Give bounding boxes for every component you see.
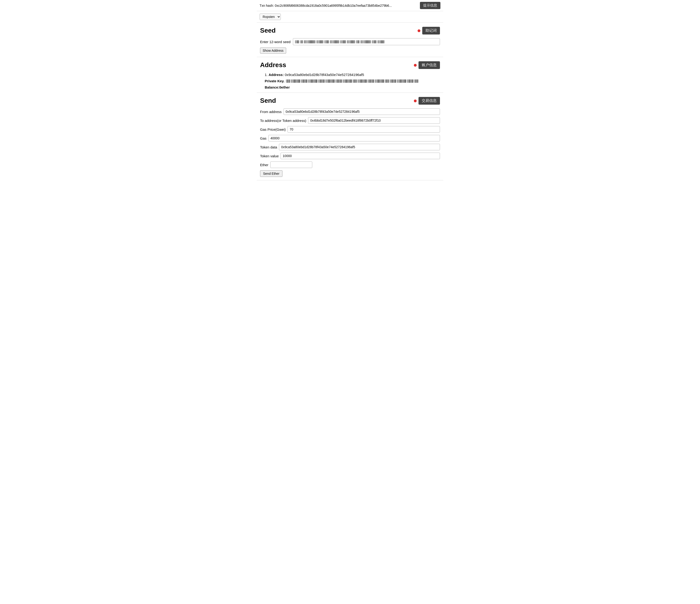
seed-title: Seed — [260, 27, 276, 34]
address-badge-wrap: 账户信息 — [414, 61, 440, 69]
balance-value: 0ether — [279, 85, 290, 89]
address-index: 1. — [265, 73, 268, 77]
send-badge-wrap: 交易信息 — [414, 97, 440, 105]
pk-blur-10 — [357, 79, 367, 83]
pk-blur-2 — [291, 79, 300, 83]
address-section-header: Address 账户信息 — [260, 61, 440, 69]
gas-row: Gas — [260, 135, 440, 142]
seed-blur-7 — [340, 40, 346, 43]
ether-row: Ether — [260, 161, 440, 168]
to-address-input[interactable] — [308, 117, 440, 124]
txn-hash-text: Txn hash: 0xc2c906fd6606388cda1918a0c590… — [259, 4, 392, 7]
token-value-input[interactable] — [280, 153, 440, 159]
pk-blur-4 — [308, 79, 317, 83]
seed-blur-2 — [300, 40, 303, 43]
seed-badge: 助记词 — [422, 27, 440, 34]
seed-blur-8 — [347, 40, 355, 43]
pk-blur-8 — [343, 79, 352, 83]
pk-blur-12 — [375, 79, 384, 83]
pk-blur-17 — [414, 79, 418, 83]
send-section: Send 交易信息 From address To address(or Tok… — [257, 93, 443, 180]
from-address-label: From address — [260, 110, 282, 114]
to-address-row: To address(or Token address) — [260, 117, 440, 124]
gas-label: Gas — [260, 136, 267, 140]
pk-blur-5 — [318, 79, 325, 83]
address-title: Address — [260, 61, 286, 69]
seed-blur-10 — [360, 40, 371, 43]
send-form: From address To address(or Token address… — [260, 108, 440, 177]
token-data-label: Token data — [260, 145, 277, 149]
address-line-1: 1. Address: 0x9ca53a80ebd1d28b78f43a50e7… — [265, 73, 440, 77]
gas-price-label: Gas Price(Gwei) — [260, 127, 286, 131]
from-address-input[interactable] — [283, 108, 440, 115]
pk-blur-13 — [385, 79, 389, 83]
from-address-row: From address — [260, 108, 440, 115]
send-badge: 交易信息 — [419, 97, 440, 105]
private-key-blurred — [286, 79, 418, 83]
gas-price-input[interactable] — [288, 126, 440, 133]
token-value-row: Token value — [260, 153, 440, 159]
to-address-label: To address(or Token address) — [260, 119, 306, 123]
balance-line: Balance:0ether — [265, 85, 440, 89]
network-bar: Ropsten Mainnet Kovan Rinkeby — [257, 11, 443, 23]
private-key-line: Private Key. — [265, 79, 440, 83]
pk-blur-1 — [286, 79, 290, 83]
pk-blur-6 — [325, 79, 334, 83]
gas-price-row: Gas Price(Gwei) — [260, 126, 440, 133]
seed-blur-9 — [356, 40, 359, 43]
seed-section: Seed 助记词 Enter 12-word seed — [257, 23, 443, 57]
address-section: Address 账户信息 1. Address: 0x9ca53a80ebd1d… — [257, 57, 443, 93]
ether-input[interactable] — [270, 161, 312, 168]
pk-blur-15 — [397, 79, 406, 83]
network-select[interactable]: Ropsten Mainnet Kovan Rinkeby — [259, 14, 281, 20]
seed-blur-6 — [330, 40, 339, 43]
txn-hash-bar: Txn hash: 0xc2c906fd6606388cda1918a0c590… — [257, 0, 443, 11]
address-red-dot — [414, 64, 417, 67]
send-title: Send — [260, 97, 276, 104]
seed-badge-wrap: 助记词 — [418, 27, 440, 34]
pk-blur-3 — [301, 79, 307, 83]
seed-section-header: Seed 助记词 — [260, 27, 440, 34]
seed-blur-1 — [295, 40, 299, 43]
seed-blur-5 — [324, 40, 329, 43]
seed-red-dot — [418, 29, 420, 32]
token-data-row: Token data — [260, 144, 440, 150]
private-key-label: Private Key. — [265, 79, 284, 83]
pk-blur-16 — [407, 79, 414, 83]
ether-label: Ether — [260, 163, 269, 167]
balance-label: Balance: — [265, 85, 279, 89]
pk-blur-9 — [353, 79, 357, 83]
pk-blur-11 — [368, 79, 374, 83]
seed-input-label: Enter 12-word seed — [260, 40, 291, 44]
token-data-input[interactable] — [279, 144, 440, 150]
txn-tooltip-badge: 提示信息 — [420, 2, 441, 9]
address-value: 0x9ca53a80ebd1d28b78f43a50e74e527284196a… — [285, 73, 364, 77]
seed-blur-3 — [304, 40, 316, 43]
gas-input[interactable] — [269, 135, 440, 142]
seed-blur-4 — [317, 40, 323, 43]
address-badge: 账户信息 — [419, 61, 440, 69]
send-red-dot — [414, 100, 417, 102]
pk-blur-14 — [390, 79, 396, 83]
seed-input-row: Enter 12-word seed — [260, 38, 440, 45]
token-value-label: Token value — [260, 154, 279, 158]
address-label: Address: — [269, 73, 284, 77]
address-entry-1: 1. Address: 0x9ca53a80ebd1d28b78f43a50e7… — [260, 73, 440, 89]
show-address-button[interactable]: Show Address — [260, 48, 286, 54]
send-ether-button[interactable]: Send Ether — [260, 170, 282, 177]
seed-blurred-content — [295, 40, 384, 43]
seed-blur-12 — [377, 40, 384, 43]
send-section-header: Send 交易信息 — [260, 97, 440, 105]
pk-blur-7 — [335, 79, 342, 83]
seed-input-field[interactable] — [293, 38, 440, 45]
seed-blur-11 — [372, 40, 377, 43]
